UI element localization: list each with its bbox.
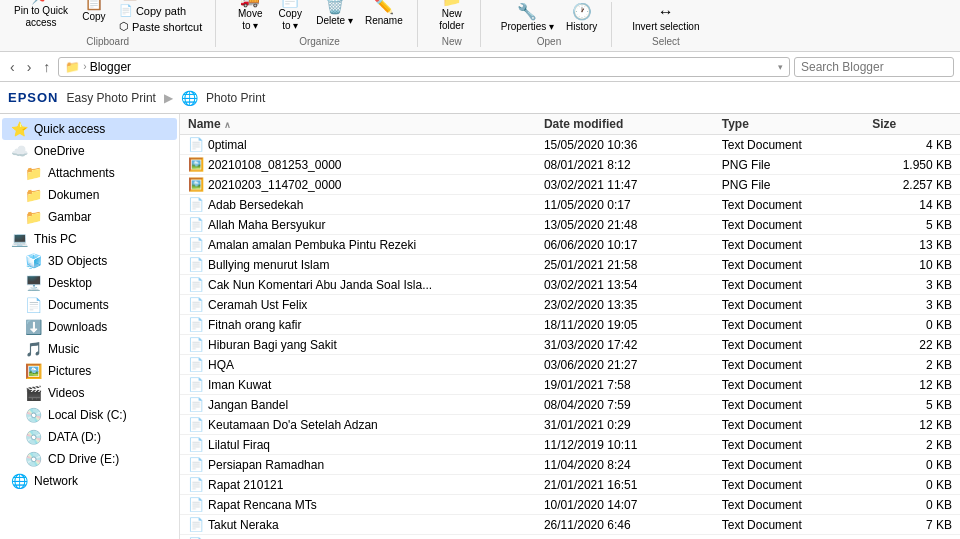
copy-to-label: Copyto ▾ — [279, 8, 302, 32]
file-name: Lilatul Firaq — [208, 438, 270, 452]
sidebar-item-documents[interactable]: 📄 Documents — [2, 294, 177, 316]
paste-shortcut-button[interactable]: ⬡ Paste shortcut — [116, 19, 205, 34]
properties-button[interactable]: 🔧 Properties ▾ — [497, 2, 558, 34]
move-to-button[interactable]: 🚚 Moveto ▾ — [232, 0, 268, 34]
file-name: HQA — [208, 358, 234, 372]
sidebar-item-cd-drive-e[interactable]: 💿 CD Drive (E:) — [2, 448, 177, 470]
table-row[interactable]: 📄 Wali Allah 02/03/2020 20:44 Text Docum… — [180, 535, 960, 540]
paste-button[interactable]: 📋 Paste — [116, 0, 205, 2]
table-row[interactable]: 🖼️ 20210108_081253_0000 08/01/2021 8:12 … — [180, 155, 960, 175]
sidebar-item-quick-access[interactable]: ⭐ Quick access — [2, 118, 177, 140]
table-row[interactable]: 📄 Allah Maha Bersyukur 13/05/2020 21:48 … — [180, 215, 960, 235]
organize-items: 🚚 Moveto ▾ 📄 Copyto ▾ 🗑️ Delete ▾ ✏️ Ren… — [232, 0, 407, 34]
sidebar-item-downloads[interactable]: ⬇️ Downloads — [2, 316, 177, 338]
sidebar-label-onedrive: OneDrive — [34, 144, 169, 158]
pin-quick-access-button[interactable]: 📌 Pin to Quickaccess — [10, 0, 72, 31]
sidebar-item-dokumen[interactable]: 📁 Dokumen — [2, 184, 177, 206]
address-path[interactable]: 📁 › Blogger ▾ — [58, 57, 790, 77]
invert-selection-button[interactable]: ↔️ Invert selection — [628, 2, 703, 34]
sidebar-label-dokumen: Dokumen — [48, 188, 169, 202]
table-row[interactable]: 📄 Persiapan Ramadhan 11/04/2020 8:24 Tex… — [180, 455, 960, 475]
properties-label: Properties ▾ — [501, 21, 554, 32]
copy-path-button[interactable]: 📄 Copy path — [116, 3, 205, 18]
epson-logo: EPSON — [8, 90, 59, 105]
table-row[interactable]: 📄 Hiburan Bagi yang Sakit 31/03/2020 17:… — [180, 335, 960, 355]
file-date: 03/06/2020 21:27 — [536, 355, 714, 375]
file-type: Text Document — [714, 395, 864, 415]
sort-arrow-name: ∧ — [224, 120, 231, 130]
table-row[interactable]: 📄 Adab Bersedekah 11/05/2020 0:17 Text D… — [180, 195, 960, 215]
file-name-cell: 📄 HQA — [180, 355, 536, 375]
file-name: 20210108_081253_0000 — [208, 158, 341, 172]
col-name-header[interactable]: Name ∧ — [180, 114, 536, 135]
sidebar-label-local-disk-c: Local Disk (C:) — [48, 408, 169, 422]
rename-icon: ✏️ — [374, 0, 394, 14]
sidebar-item-videos[interactable]: 🎬 Videos — [2, 382, 177, 404]
file-type: Text Document — [714, 235, 864, 255]
organize-label: Organize — [299, 36, 340, 47]
table-row[interactable]: 📄 HQA 03/06/2020 21:27 Text Document 2 K… — [180, 355, 960, 375]
table-row[interactable]: 📄 Rapat 210121 21/01/2021 16:51 Text Doc… — [180, 475, 960, 495]
sidebar-item-attachments[interactable]: 📁 Attachments — [2, 162, 177, 184]
file-icon: 🖼️ — [188, 177, 204, 192]
file-icon: 📄 — [188, 357, 204, 372]
clipboard-items: 📌 Pin to Quickaccess 📋 Copy 📋 Paste 📄 Co… — [10, 0, 205, 34]
table-row[interactable]: 📄 Lilatul Firaq 11/12/2019 10:11 Text Do… — [180, 435, 960, 455]
sidebar-icon-music: 🎵 — [24, 341, 42, 357]
sidebar-item-onedrive[interactable]: ☁️ OneDrive — [2, 140, 177, 162]
col-size-header[interactable]: Size — [864, 114, 960, 135]
up-button[interactable]: ↑ — [39, 57, 54, 77]
sidebar-item-this-pc[interactable]: 💻 This PC — [2, 228, 177, 250]
sidebar-item-local-disk-c[interactable]: 💿 Local Disk (C:) — [2, 404, 177, 426]
delete-button[interactable]: 🗑️ Delete ▾ — [312, 0, 357, 28]
file-date: 23/02/2020 13:35 — [536, 295, 714, 315]
copy-to-button[interactable]: 📄 Copyto ▾ — [272, 0, 308, 34]
table-row[interactable]: 📄 Rapat Rencana MTs 10/01/2020 14:07 Tex… — [180, 495, 960, 515]
file-size: 12 KB — [864, 375, 960, 395]
file-size: 3 KB — [864, 295, 960, 315]
sidebar-item-gambar[interactable]: 📁 Gambar — [2, 206, 177, 228]
sidebar-item-music[interactable]: 🎵 Music — [2, 338, 177, 360]
table-row[interactable]: 📄 Iman Kuwat 19/01/2021 7:58 Text Docume… — [180, 375, 960, 395]
table-row[interactable]: 📄 0ptimal 15/05/2020 10:36 Text Document… — [180, 135, 960, 155]
col-date-header[interactable]: Date modified — [536, 114, 714, 135]
sidebar-item-3d-objects[interactable]: 🧊 3D Objects — [2, 250, 177, 272]
table-row[interactable]: 🖼️ 20210203_114702_0000 03/02/2021 11:47… — [180, 175, 960, 195]
file-name-cell: 📄 Cak Nun Komentari Abu Janda Soal Isla.… — [180, 275, 536, 295]
history-button[interactable]: 🕐 History — [562, 2, 601, 34]
sidebar-item-desktop[interactable]: 🖥️ Desktop — [2, 272, 177, 294]
back-button[interactable]: ‹ — [6, 57, 19, 77]
table-row[interactable]: 📄 Takut Neraka 26/11/2020 6:46 Text Docu… — [180, 515, 960, 535]
table-row[interactable]: 📄 Ceramah Ust Felix 23/02/2020 13:35 Tex… — [180, 295, 960, 315]
rename-button[interactable]: ✏️ Rename — [361, 0, 407, 28]
new-folder-icon: 📁 — [442, 0, 462, 7]
file-table-header: Name ∧ Date modified Type Size — [180, 114, 960, 135]
file-size: 10 KB — [864, 255, 960, 275]
file-type: Text Document — [714, 355, 864, 375]
file-name: Hiburan Bagi yang Sakit — [208, 338, 337, 352]
forward-button[interactable]: › — [23, 57, 36, 77]
table-row[interactable]: 📄 Amalan amalan Pembuka Pintu Rezeki 06/… — [180, 235, 960, 255]
sidebar-label-music: Music — [48, 342, 169, 356]
sidebar-icon-data-d: 💿 — [24, 429, 42, 445]
sidebar-item-pictures[interactable]: 🖼️ Pictures — [2, 360, 177, 382]
table-row[interactable]: 📄 Jangan Bandel 08/04/2020 7:59 Text Doc… — [180, 395, 960, 415]
table-row[interactable]: 📄 Cak Nun Komentari Abu Janda Soal Isla.… — [180, 275, 960, 295]
new-folder-button[interactable]: 📁 Newfolder — [434, 0, 470, 34]
table-row[interactable]: 📄 Fitnah orang kafir 18/11/2020 19:05 Te… — [180, 315, 960, 335]
search-input[interactable] — [794, 57, 954, 77]
copy-button[interactable]: 📋 Copy — [76, 0, 112, 24]
table-row[interactable]: 📄 Keutamaan Do'a Setelah Adzan 31/01/202… — [180, 415, 960, 435]
sidebar-item-network[interactable]: 🌐 Network — [2, 470, 177, 492]
paste-shortcut-label: Paste shortcut — [132, 21, 202, 33]
sidebar-label-cd-drive-e: CD Drive (E:) — [48, 452, 169, 466]
col-type-header[interactable]: Type — [714, 114, 864, 135]
file-date: 31/01/2021 0:29 — [536, 415, 714, 435]
copy-label: Copy — [82, 11, 105, 22]
sidebar-item-data-d[interactable]: 💿 DATA (D:) — [2, 426, 177, 448]
file-size: 0 KB — [864, 475, 960, 495]
sidebar-label-downloads: Downloads — [48, 320, 169, 334]
file-name: Rapat Rencana MTs — [208, 498, 317, 512]
file-name: Takut Neraka — [208, 518, 279, 532]
table-row[interactable]: 📄 Bullying menurut Islam 25/01/2021 21:5… — [180, 255, 960, 275]
